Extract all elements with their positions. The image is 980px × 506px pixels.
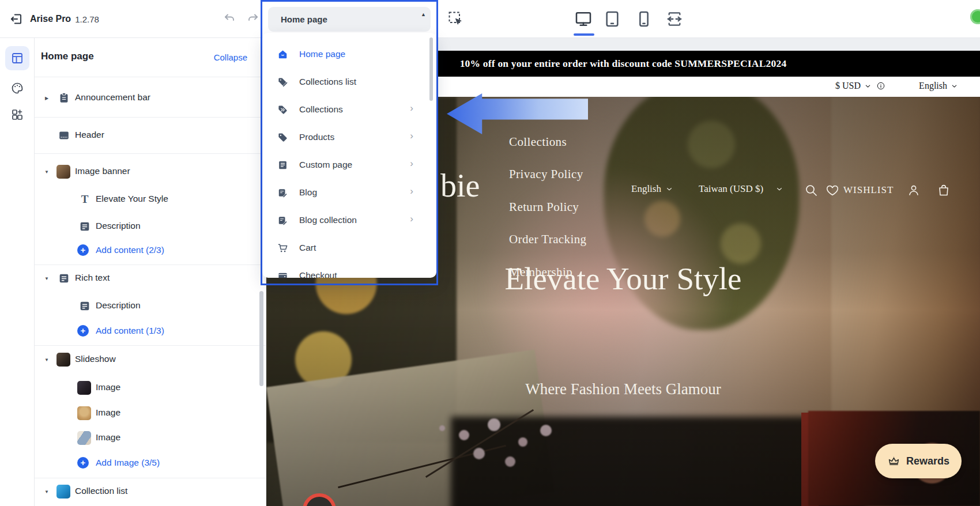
slideshow-thumbnail — [56, 353, 70, 367]
sections-tab-icon[interactable] — [5, 46, 29, 70]
photo-book-spine — [801, 413, 819, 506]
collection-list-thumbnail — [56, 485, 70, 499]
app-version: 1.2.78 — [75, 14, 99, 24]
menu-item-collections-list[interactable]: Collections list — [262, 68, 436, 96]
tag-chevrons-icon — [277, 104, 288, 115]
apps-integrations-icon[interactable] — [5, 103, 29, 127]
editor-topbar: Arise Pro 1.2.78 — [0, 0, 980, 38]
chevron-down-icon — [951, 82, 958, 90]
header-language-selector[interactable]: English — [631, 183, 673, 195]
tree-row-header[interactable]: Header — [35, 123, 266, 148]
tree-row-description[interactable]: Description — [35, 214, 266, 239]
tree-row-heading[interactable]: T Elevate Your Style — [35, 187, 266, 212]
currency-selector[interactable]: $ USD — [835, 81, 885, 91]
cart-icon — [277, 243, 288, 254]
nav-link-collections[interactable]: Collections — [509, 135, 567, 149]
photo-magazine — [266, 350, 555, 506]
divider — [35, 153, 266, 154]
photo-shadow — [451, 417, 866, 506]
collapse-caret-icon[interactable] — [43, 355, 51, 364]
image-thumbnail — [77, 406, 91, 420]
announcement-text: 10% off on your entire order with discou… — [460, 58, 787, 69]
chevron-right-icon — [410, 103, 413, 114]
expand-caret-icon[interactable] — [43, 93, 51, 103]
select-section-tool-icon[interactable] — [447, 10, 463, 27]
tree-row-rich-text[interactable]: Rich text — [35, 266, 266, 291]
tree-row-description[interactable]: Description — [35, 293, 266, 319]
collapse-all-link[interactable]: Collapse — [214, 52, 247, 62]
nav-link-order-tracking[interactable]: Order Tracking — [509, 232, 587, 247]
undo-icon[interactable] — [223, 12, 236, 25]
redo-icon[interactable] — [246, 12, 260, 25]
tree-row-image[interactable]: Image — [35, 401, 266, 426]
rewards-button[interactable]: Rewards — [875, 444, 962, 478]
plus-circle-icon: + — [77, 457, 89, 469]
tag-icon — [277, 132, 288, 143]
page-selector-dropdown: Home page Home page Collections list Col… — [261, 0, 438, 285]
tree-row-announcement-bar[interactable]: Announcement bar — [35, 85, 266, 111]
device-mobile-icon[interactable] — [635, 10, 653, 28]
panel-scrollbar[interactable] — [259, 291, 263, 386]
search-icon[interactable] — [804, 183, 818, 197]
menu-item-custom-page[interactable]: Custom page — [262, 151, 436, 179]
image-banner-thumbnail — [56, 165, 70, 179]
photo-branch — [338, 445, 506, 488]
store-logo-fragment[interactable]: bie — [440, 167, 480, 204]
tree-row-image-banner[interactable]: Image banner — [35, 159, 266, 184]
wishlist-link[interactable]: WISHLIST — [826, 183, 894, 197]
language-selector[interactable]: English — [919, 81, 958, 91]
tags-icon — [277, 77, 288, 88]
photo-flowers — [604, 97, 800, 330]
tree-row-image[interactable]: Image — [35, 375, 266, 401]
tree-row-slideshow[interactable]: Slideshow — [35, 347, 266, 372]
tree-row-add-image[interactable]: + Add Image (3/5) — [35, 451, 266, 476]
menu-item-blog-collection[interactable]: Blog collection — [262, 206, 436, 234]
photo-drape — [831, 97, 980, 471]
nav-link-return-policy[interactable]: Return Policy — [509, 200, 579, 214]
nav-link-privacy-policy[interactable]: Privacy Policy — [509, 167, 583, 182]
photo-branch — [425, 409, 534, 478]
page-title: Home page — [41, 51, 94, 62]
tree-row-add-content[interactable]: + Add content (2/3) — [35, 238, 266, 263]
account-icon[interactable] — [907, 183, 921, 197]
header-bar-icon — [58, 129, 70, 142]
tree-row-image[interactable]: Image — [35, 425, 266, 451]
info-icon[interactable] — [876, 81, 885, 90]
divider — [35, 478, 266, 478]
collapse-caret-icon[interactable] — [43, 274, 51, 283]
chat-widget-bubble[interactable] — [303, 493, 336, 506]
collapse-caret-icon[interactable] — [43, 487, 51, 496]
divider — [35, 265, 266, 265]
menu-item-collections[interactable]: Collections — [262, 96, 436, 123]
menu-item-checkout[interactable]: Checkout — [262, 262, 436, 278]
device-desktop-icon[interactable] — [574, 10, 593, 28]
menu-item-products[interactable]: Products — [262, 123, 436, 151]
device-tablet-icon[interactable] — [603, 10, 621, 28]
text-heading-icon: T — [78, 193, 91, 206]
caret-up-icon — [421, 12, 426, 17]
page-icon — [277, 160, 288, 171]
theme-palette-icon[interactable] — [5, 76, 29, 100]
menu-item-blog[interactable]: Blog — [262, 179, 436, 206]
dropdown-scrollbar[interactable] — [429, 37, 433, 101]
description-doc-icon — [78, 220, 91, 233]
page-selector-trigger[interactable]: Home page — [268, 7, 431, 32]
home-icon — [277, 49, 288, 60]
hero-subtitle: Where Fashion Meets Glamour — [266, 380, 980, 398]
header-region-selector[interactable]: Taiwan (USD $) — [699, 183, 783, 195]
exit-editor-icon[interactable] — [9, 12, 24, 27]
tree-row-add-content[interactable]: + Add content (1/3) — [35, 319, 266, 344]
sections-panel: Home page Collapse Announcement bar Head… — [35, 38, 266, 506]
device-fullwidth-icon[interactable] — [665, 10, 684, 28]
tree-row-collection-list[interactable]: Collection list — [35, 479, 266, 504]
image-thumbnail — [77, 381, 91, 395]
collapse-caret-icon[interactable] — [43, 167, 51, 176]
app-name: Arise Pro — [30, 14, 71, 24]
chevron-down-icon — [864, 82, 872, 90]
nav-link-membership[interactable]: Membership — [509, 265, 572, 280]
menu-item-home-page[interactable]: Home page — [262, 40, 436, 68]
cart-bag-icon[interactable] — [937, 183, 951, 197]
wallet-icon — [277, 270, 288, 278]
menu-item-cart[interactable]: Cart — [262, 234, 436, 262]
panel-header: Home page Collapse — [35, 38, 266, 77]
